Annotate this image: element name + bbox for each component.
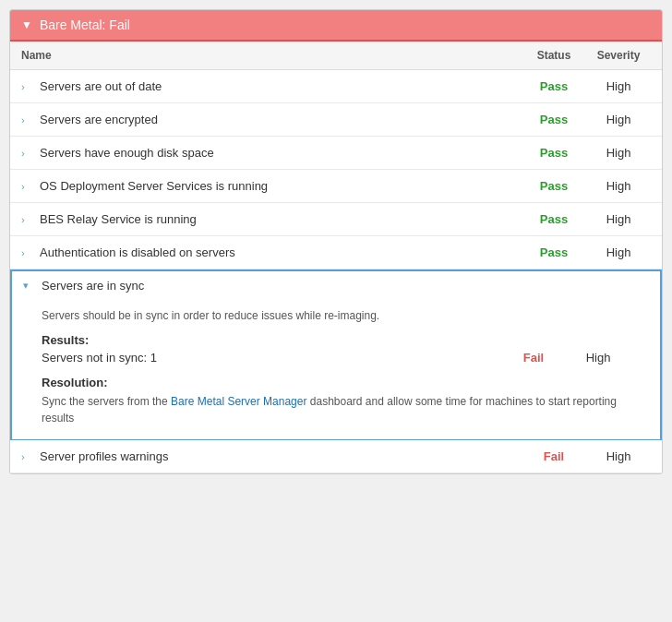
panel-header[interactable]: ▼ Bare Metal: Fail [10, 10, 662, 42]
row-chevron: › [21, 181, 32, 192]
status-badge: Pass [522, 245, 586, 259]
expanded-row-header[interactable]: ▾ Servers are in sync [10, 269, 662, 300]
panel-title: Bare Metal: Fail [40, 18, 130, 32]
row-chevron: › [21, 214, 32, 225]
results-severity-label: High [566, 351, 630, 365]
expanded-row-content: Servers should be in sync in order to re… [10, 300, 662, 440]
column-name-header: Name [21, 49, 522, 62]
severity-label: High [586, 212, 651, 226]
row-label: OS Deployment Server Services is running [40, 179, 522, 193]
expanded-row-chevron: ▾ [23, 280, 34, 292]
column-severity-header: Severity [586, 49, 651, 62]
bare-metal-panel: ▼ Bare Metal: Fail Name Status Severity … [9, 9, 663, 474]
results-label: Results: [42, 333, 630, 347]
results-row: Servers not in sync: 1 Fail High [42, 351, 630, 365]
status-badge: Pass [522, 79, 586, 93]
row-chevron: › [21, 148, 32, 159]
table-row[interactable]: › Server profiles warnings Fail High [10, 440, 662, 473]
table-row[interactable]: › OS Deployment Server Services is runni… [10, 170, 662, 203]
row-label: BES Relay Service is running [40, 212, 522, 226]
expanded-row-label: Servers are in sync [42, 279, 649, 293]
row-label: Servers are encrypted [40, 113, 522, 126]
table-row[interactable]: › Servers have enough disk space Pass Hi… [10, 137, 662, 170]
severity-label: High [586, 179, 651, 193]
status-badge: Pass [522, 146, 586, 160]
results-text: Servers not in sync: 1 [42, 351, 501, 365]
table-row[interactable]: › Servers are out of date Pass High [10, 70, 662, 103]
resolution-text: Sync the servers from the Bare Metal Ser… [42, 393, 630, 426]
row-chevron: › [21, 451, 32, 462]
row-label: Server profiles warnings [40, 449, 522, 463]
table-row[interactable]: › Servers are encrypted Pass High [10, 103, 662, 137]
row-label: Servers have enough disk space [40, 146, 522, 160]
table-row[interactable]: › BES Relay Service is running Pass High [10, 203, 662, 236]
status-badge: Pass [522, 179, 586, 193]
expanded-description: Servers should be in sync in order to re… [42, 309, 630, 322]
status-badge: Pass [522, 113, 586, 126]
results-status-badge: Fail [501, 351, 566, 365]
column-status-header: Status [522, 49, 586, 62]
severity-label: High [586, 245, 651, 259]
severity-label: High [586, 449, 651, 463]
row-label: Authentication is disabled on servers [40, 245, 522, 259]
resolution-link[interactable]: Bare Metal Server Manager [171, 395, 306, 408]
panel-collapse-chevron[interactable]: ▼ [21, 18, 32, 31]
row-chevron: › [21, 114, 32, 126]
status-badge: Fail [522, 449, 586, 463]
severity-label: High [586, 113, 651, 126]
row-chevron: › [21, 247, 32, 258]
row-chevron: › [21, 81, 32, 92]
table-header: Name Status Severity [10, 42, 662, 70]
status-badge: Pass [522, 212, 586, 226]
severity-label: High [586, 146, 651, 160]
row-label: Servers are out of date [40, 79, 522, 93]
resolution-text-before: Sync the servers from the [42, 395, 171, 408]
resolution-label: Resolution: [42, 376, 630, 389]
table-row[interactable]: › Authentication is disabled on servers … [10, 236, 662, 269]
severity-label: High [586, 79, 651, 93]
